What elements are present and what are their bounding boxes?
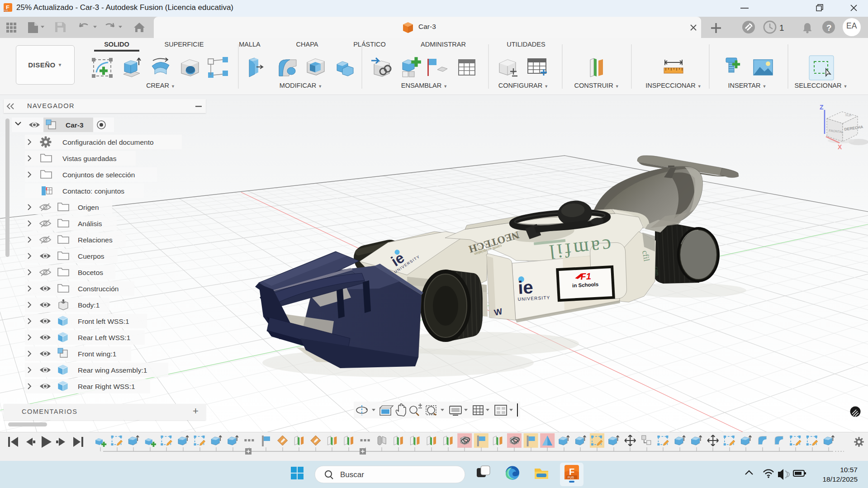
svg-text:F1: F1 (580, 271, 591, 281)
svg-text:Conjuntos de selección: Conjuntos de selección (62, 171, 135, 179)
svg-text:1: 1 (779, 23, 784, 33)
svg-text:Buscar: Buscar (340, 470, 364, 479)
svg-text:Vistas guardadas: Vistas guardadas (62, 155, 117, 162)
svg-text:18/12/2025: 18/12/2025 (822, 475, 858, 483)
svg-text:Rear Left WSS:1: Rear Left WSS:1 (78, 334, 130, 341)
svg-text:EA: EA (846, 21, 857, 30)
svg-text:Front left WSS:1: Front left WSS:1 (78, 317, 129, 325)
svg-text:FUS: FUS (4, 9, 8, 12)
svg-text:FUS: FUS (568, 476, 574, 479)
svg-text:10:57: 10:57 (840, 466, 858, 474)
svg-text:Cuerpos: Cuerpos (78, 252, 104, 260)
svg-text:?: ? (826, 23, 832, 33)
svg-text:X: X (838, 143, 842, 151)
svg-text:Rear wing Assembly:1: Rear wing Assembly:1 (78, 366, 147, 374)
svg-text:cam: cam (654, 266, 661, 276)
svg-text:Relaciones: Relaciones (78, 236, 113, 244)
svg-text:Z: Z (820, 104, 824, 111)
svg-text:cfil: cfil (640, 250, 651, 262)
svg-text:ie: ie (517, 277, 534, 298)
svg-text:Análisis: Análisis (78, 220, 102, 227)
svg-text:Origen: Origen (78, 204, 99, 211)
svg-text:Configuración del documento: Configuración del documento (62, 138, 154, 146)
svg-text:Car-3: Car-3 (66, 121, 84, 129)
svg-text:Front wing:1: Front wing:1 (78, 350, 116, 358)
svg-text:Rear Right WSS:1: Rear Right WSS:1 (78, 383, 135, 390)
svg-text:Body:1: Body:1 (78, 301, 100, 309)
svg-text:Contacto: conjuntos: Contacto: conjuntos (62, 187, 124, 195)
svg-text:F: F (569, 467, 574, 477)
svg-text:Construcción: Construcción (78, 285, 119, 293)
svg-text:Bocetos: Bocetos (78, 269, 103, 276)
